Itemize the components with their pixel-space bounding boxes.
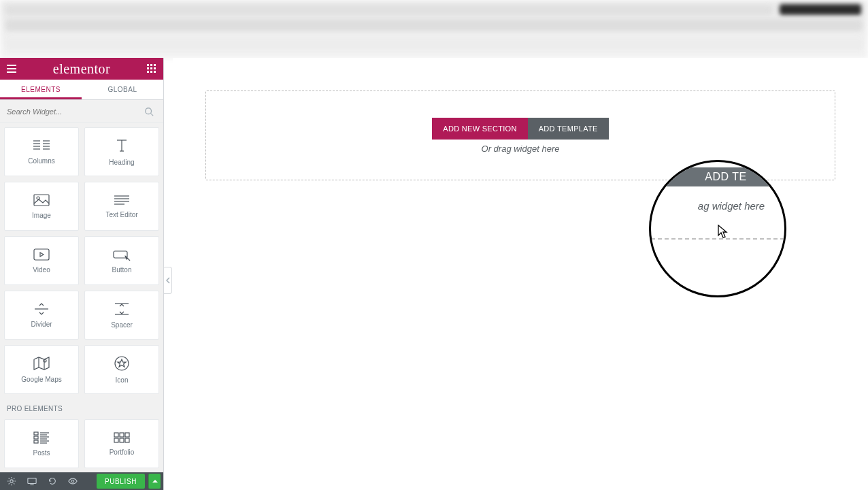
search-row bbox=[0, 100, 163, 123]
search-input[interactable] bbox=[0, 108, 144, 116]
svg-rect-43 bbox=[34, 432, 38, 435]
cursor-icon bbox=[718, 225, 729, 240]
svg-point-40 bbox=[44, 359, 46, 362]
svg-point-12 bbox=[146, 108, 152, 114]
svg-rect-33 bbox=[114, 251, 127, 258]
widget-posts[interactable]: Posts bbox=[4, 419, 79, 468]
video-icon bbox=[33, 248, 50, 261]
svg-rect-31 bbox=[34, 249, 49, 260]
svg-rect-11 bbox=[154, 71, 156, 73]
svg-marker-67 bbox=[152, 480, 158, 483]
svg-marker-42 bbox=[118, 359, 126, 367]
svg-rect-10 bbox=[150, 71, 152, 73]
add-template-button[interactable]: ADD TEMPLATE bbox=[528, 118, 609, 140]
svg-marker-68 bbox=[718, 225, 727, 238]
history-icon[interactable] bbox=[44, 474, 61, 488]
svg-line-13 bbox=[151, 113, 154, 116]
empty-section-dropzone[interactable]: ADD NEW SECTION ADD TEMPLATE Or drag wid… bbox=[205, 91, 835, 180]
pro-section-title: PRO ELEMENTS bbox=[4, 399, 159, 414]
svg-point-63 bbox=[10, 480, 13, 483]
panel-tabs: ELEMENTS GLOBAL bbox=[0, 80, 163, 100]
svg-rect-55 bbox=[114, 438, 118, 442]
svg-rect-57 bbox=[125, 438, 129, 442]
svg-rect-6 bbox=[147, 67, 149, 69]
panel-header: elementor bbox=[0, 58, 163, 80]
svg-rect-5 bbox=[154, 64, 156, 66]
widget-video[interactable]: Video bbox=[4, 236, 79, 285]
widget-label: Icon bbox=[116, 376, 129, 384]
magnifier-overlay: ADD TE ag widget here bbox=[649, 160, 786, 297]
drag-widget-hint: Or drag widget here bbox=[482, 144, 560, 154]
responsive-icon[interactable] bbox=[23, 474, 41, 488]
image-icon bbox=[33, 194, 50, 206]
posts-icon bbox=[33, 431, 50, 444]
publish-button[interactable]: PUBLISH bbox=[97, 474, 145, 489]
widget-label: Google Maps bbox=[21, 376, 61, 383]
widget-label: Divider bbox=[31, 321, 52, 328]
widget-label: Spacer bbox=[111, 321, 133, 329]
widget-label: Button bbox=[112, 266, 132, 274]
widgets-grid-icon[interactable] bbox=[144, 61, 159, 76]
magnifier-drag-text-fragment: ag widget here bbox=[649, 200, 786, 212]
widget-label: Video bbox=[33, 266, 50, 274]
widget-heading[interactable]: Heading bbox=[84, 127, 159, 176]
browser-chrome-blur-lines bbox=[0, 0, 868, 57]
svg-point-26 bbox=[37, 197, 39, 199]
search-icon[interactable] bbox=[144, 107, 163, 116]
sidebar-panel: elementor ELEMENTS GLOBAL bbox=[0, 58, 164, 490]
widget-label: Heading bbox=[109, 159, 134, 166]
widget-label: Portfolio bbox=[110, 448, 135, 456]
widget-spacer[interactable]: Spacer bbox=[84, 291, 159, 340]
editor-canvas[interactable]: ADD NEW SECTION ADD TEMPLATE Or drag wid… bbox=[173, 58, 868, 490]
preview-icon[interactable] bbox=[64, 474, 82, 488]
widget-portfolio[interactable]: Portfolio bbox=[84, 419, 159, 468]
svg-rect-7 bbox=[150, 67, 152, 69]
svg-rect-25 bbox=[34, 195, 49, 206]
heading-icon bbox=[114, 138, 129, 153]
svg-rect-52 bbox=[114, 433, 118, 437]
svg-rect-46 bbox=[34, 436, 38, 439]
svg-point-66 bbox=[71, 480, 74, 483]
widget-divider[interactable]: Divider bbox=[4, 291, 79, 340]
widget-label: Image bbox=[32, 212, 51, 219]
add-new-section-button[interactable]: ADD NEW SECTION bbox=[432, 118, 527, 140]
tab-elements[interactable]: ELEMENTS bbox=[0, 80, 82, 99]
collapse-panel-icon[interactable] bbox=[164, 267, 172, 294]
svg-rect-54 bbox=[125, 433, 129, 437]
svg-rect-56 bbox=[120, 438, 124, 442]
svg-rect-4 bbox=[150, 64, 152, 66]
map-icon bbox=[33, 357, 50, 370]
menu-icon[interactable] bbox=[4, 61, 19, 76]
magnifier-dashed-border bbox=[651, 238, 784, 240]
widget-text-editor[interactable]: Text Editor bbox=[84, 182, 159, 231]
publish-options-icon[interactable] bbox=[148, 474, 161, 489]
svg-rect-53 bbox=[120, 433, 124, 437]
columns-icon bbox=[33, 140, 50, 152]
add-buttons-row: ADD NEW SECTION ADD TEMPLATE bbox=[432, 118, 608, 140]
star-icon bbox=[114, 356, 129, 371]
widget-label: Columns bbox=[28, 157, 54, 165]
widgets-scroll[interactable]: Columns Heading Image bbox=[0, 123, 163, 472]
svg-rect-9 bbox=[147, 71, 149, 73]
settings-icon[interactable] bbox=[3, 474, 20, 488]
widget-icon[interactable]: Icon bbox=[84, 345, 159, 394]
panel-footer: PUBLISH bbox=[0, 472, 163, 490]
app-logo: elementor bbox=[53, 61, 110, 77]
svg-rect-3 bbox=[147, 64, 149, 66]
widgets-grid: Columns Heading Image bbox=[4, 127, 159, 472]
tab-global[interactable]: GLOBAL bbox=[82, 80, 163, 99]
spacer-icon bbox=[114, 302, 130, 316]
widget-button[interactable]: Button bbox=[84, 236, 159, 285]
widget-columns[interactable]: Columns bbox=[4, 127, 79, 176]
svg-rect-64 bbox=[28, 478, 36, 484]
button-icon bbox=[113, 248, 131, 261]
widget-google-maps[interactable]: Google Maps bbox=[4, 345, 79, 394]
svg-rect-49 bbox=[34, 440, 38, 443]
widget-label: Text Editor bbox=[105, 211, 137, 218]
svg-marker-32 bbox=[40, 252, 44, 257]
widget-label: Posts bbox=[33, 449, 50, 457]
divider-icon bbox=[33, 303, 50, 315]
svg-rect-8 bbox=[154, 67, 156, 69]
text-editor-icon bbox=[114, 195, 130, 206]
widget-image[interactable]: Image bbox=[4, 182, 79, 231]
